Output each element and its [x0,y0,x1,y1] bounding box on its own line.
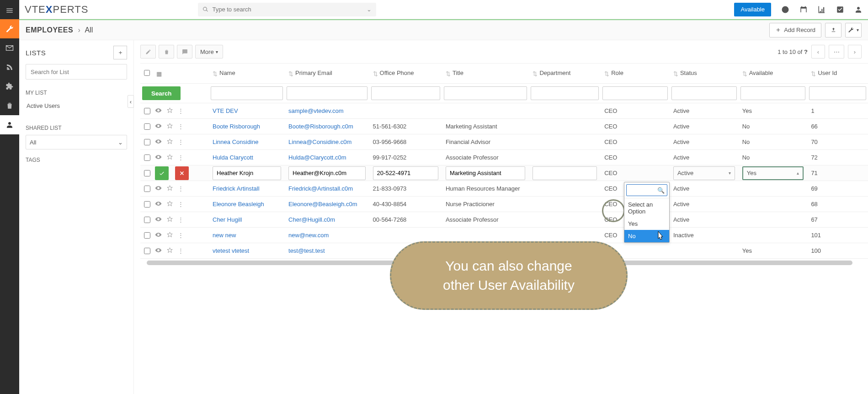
row-email-link[interactable]: Eleonore@Beasleigh.c0m [288,201,357,208]
filter-status[interactable] [671,86,737,100]
col-status[interactable]: Status [680,69,697,76]
row-name-link[interactable]: VTE DEV [213,107,238,114]
filter-role[interactable] [602,86,668,100]
edit-status-select[interactable]: Active▾ [673,166,735,180]
star-icon[interactable] [166,247,173,255]
dropdown-option[interactable]: Yes [624,218,669,230]
comment-button[interactable] [177,45,192,59]
pager-next[interactable]: › [848,45,862,59]
menu-icon[interactable] [0,2,19,19]
settings-button[interactable]: ▾ [845,23,862,37]
eye-icon[interactable] [155,138,162,146]
edit-phone[interactable] [373,166,438,180]
eye-icon[interactable] [155,231,162,240]
kebab-icon[interactable]: ⋮ [178,232,184,239]
dropdown-option[interactable]: Select an Option [624,198,669,218]
row-name-link[interactable]: Cher Hugill [213,216,242,223]
pager-jump[interactable]: ⋯ [829,45,844,59]
edit-name[interactable] [213,166,281,180]
edit-dept[interactable] [533,166,597,180]
filter-title[interactable] [444,86,527,100]
row-checkbox[interactable] [144,248,150,254]
search-button[interactable]: Search [142,86,181,100]
profile-icon[interactable] [854,5,863,14]
row-checkbox[interactable] [144,123,150,130]
star-icon[interactable] [166,122,173,131]
select-all-checkbox[interactable] [144,70,150,76]
add-record-button[interactable]: Add Record [769,23,821,37]
search-list-input[interactable] [26,64,127,80]
edit-button[interactable] [140,45,156,59]
filter-email[interactable] [287,86,367,100]
global-search-input[interactable] [212,6,367,13]
chevron-down-icon[interactable]: ⌄ [367,6,372,13]
col-avail[interactable]: Available [749,69,773,76]
row-email-link[interactable]: Friedrick@Artinstall.c0m [288,185,353,192]
rss-icon[interactable] [0,58,19,77]
row-checkbox[interactable] [144,154,150,161]
filter-phone[interactable] [371,86,440,100]
col-role[interactable]: Role [611,69,623,76]
eye-icon[interactable] [155,107,162,115]
eye-icon[interactable] [155,216,162,224]
row-email-link[interactable]: Hulda@Clarycott.c0m [288,154,346,161]
filter-name[interactable] [211,86,283,100]
row-name-link[interactable]: Friedrick Artinstall [213,185,260,192]
edit-title[interactable] [446,166,526,180]
eye-icon[interactable] [155,185,162,193]
star-icon[interactable] [166,200,173,208]
grid-icon[interactable]: ▦ [156,70,162,77]
pager-prev[interactable]: ‹ [811,45,825,59]
kebab-icon[interactable]: ⋮ [178,107,184,114]
col-dept[interactable]: Department [539,69,570,76]
row-checkbox[interactable] [144,232,150,239]
delete-button[interactable] [159,45,174,59]
col-phone[interactable]: Office Phone [380,69,414,76]
edit-available-select[interactable]: Yes▴ [742,166,804,180]
row-name-link[interactable]: Eleonore Beasleigh [213,201,264,208]
kebab-icon[interactable]: ⋮ [178,123,184,130]
calendar-icon[interactable] [799,5,808,14]
row-checkbox[interactable] [144,139,150,145]
row-email-link[interactable]: sample@vtedev.com [288,107,344,114]
row-email-link[interactable]: new@new.com [288,232,329,239]
kebab-icon[interactable]: ⋮ [178,216,184,223]
row-checkbox[interactable] [144,170,150,176]
filter-avail[interactable] [740,86,806,100]
wrench-icon[interactable] [0,19,19,38]
checkbox-icon[interactable] [836,5,844,14]
row-checkbox[interactable] [144,108,150,114]
row-email-link[interactable]: Boote@Risborough.c0m [288,123,353,130]
add-circle-icon[interactable] [781,5,789,14]
kebab-icon[interactable]: ⋮ [178,247,184,254]
eye-icon[interactable] [155,200,162,208]
row-email-link[interactable]: test@test.test [288,247,325,254]
shared-list-select[interactable]: All ⌄ [26,135,127,149]
star-icon[interactable] [166,154,173,162]
kebab-icon[interactable]: ⋮ [178,154,184,161]
row-name-link[interactable]: vtetest vtetest [213,247,249,254]
star-icon[interactable] [166,107,173,115]
col-email[interactable]: Primary Email [295,69,332,76]
filter-dept[interactable] [531,86,599,100]
chart-icon[interactable] [818,5,826,14]
puzzle-icon[interactable] [0,77,19,96]
user-icon[interactable] [0,115,19,134]
star-icon[interactable] [166,138,173,146]
eye-icon[interactable] [155,154,162,162]
col-uid[interactable]: User Id [818,69,837,76]
add-list-button[interactable]: ＋ [113,46,127,59]
eye-icon[interactable] [155,247,162,255]
import-button[interactable] [825,23,841,37]
row-email-link[interactable]: Linnea@Considine.c0m [288,138,351,145]
row-email-link[interactable]: Cher@Hugill.c0m [288,216,335,223]
row-checkbox[interactable] [144,201,150,208]
more-button[interactable]: More ▾ [195,45,223,59]
row-checkbox[interactable] [144,186,150,192]
row-checkbox[interactable] [144,217,150,223]
mail-icon[interactable] [0,38,19,58]
filter-uid[interactable] [809,86,866,100]
trash-icon[interactable] [0,96,19,115]
available-button[interactable]: Available [734,3,771,16]
row-name-link[interactable]: Hulda Clarycott [213,154,253,161]
